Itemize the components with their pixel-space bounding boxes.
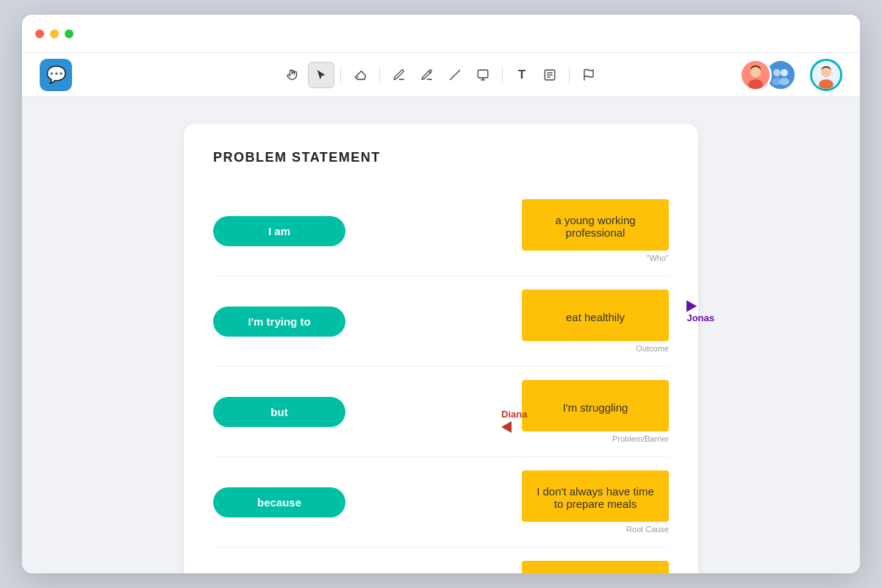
toolbar-tools: T — [280, 62, 602, 88]
cursor-name-jonas: Jonas — [686, 312, 714, 323]
shape-tool-button[interactable] — [470, 62, 496, 88]
cursor-jonas: Jonas — [686, 301, 714, 323]
card-but[interactable]: I'm struggling — [522, 380, 669, 431]
card-label-trying: Outcome — [522, 344, 669, 353]
row-feel: which makes me feel frustated Emotion — [213, 548, 669, 573]
toolbar-left: 💬 — [40, 59, 78, 91]
card-text-because: I don't always have time to prepare meal… — [532, 485, 659, 510]
problem-statement-card: PROBLEM STATEMENT I am a young working p… — [184, 123, 698, 573]
cursor-diana: Diana — [501, 409, 527, 433]
card-area-but: I'm struggling Problem/Barrier Diana — [522, 380, 669, 443]
row-i-am: I am a young working professional "Who" — [213, 186, 669, 276]
marker-tool-button[interactable] — [414, 62, 440, 88]
card-because[interactable]: I don't always have time to prepare meal… — [522, 470, 669, 522]
row-trying: I'm trying to eat healthily Outcome Jona… — [213, 276, 669, 367]
pen-tool-button[interactable] — [386, 62, 412, 88]
label-trying: I'm trying to — [213, 306, 360, 337]
card-text-trying: eat healthily — [566, 311, 625, 323]
label-but: but — [213, 397, 360, 427]
tool-separator-2 — [379, 66, 380, 84]
svg-point-15 — [773, 69, 781, 76]
row-but: but I'm struggling Problem/Barrier Diana — [213, 367, 669, 457]
eraser-tool-button[interactable] — [347, 62, 373, 88]
toolbar: 💬 — [22, 53, 860, 97]
traffic-lights — [35, 29, 74, 38]
card-label-because: Root Cause — [522, 525, 669, 534]
card-area-i-am: a young working professional "Who" — [522, 199, 669, 262]
svg-rect-2 — [478, 70, 488, 78]
cursor-arrow-jonas — [686, 301, 697, 312]
app-window: 💬 — [22, 15, 860, 573]
svg-point-18 — [779, 78, 789, 85]
label-because: because — [213, 487, 360, 517]
card-area-because: I don't always have time to prepare meal… — [522, 470, 669, 534]
card-text-but: I'm struggling — [563, 401, 628, 414]
select-tool-button[interactable] — [308, 62, 334, 88]
card-feel[interactable]: frustated — [522, 561, 669, 573]
card-label-but: Problem/Barrier — [522, 434, 669, 443]
close-button[interactable] — [35, 29, 44, 38]
card-i-am[interactable]: a young working professional — [522, 199, 669, 251]
logo-button[interactable]: 💬 — [40, 59, 72, 91]
card-label-i-am: "Who" — [522, 254, 669, 262]
avatar-user-3[interactable] — [810, 59, 842, 91]
tool-separator-3 — [502, 66, 503, 84]
hand-tool-button[interactable] — [280, 62, 306, 88]
cursor-arrow-diana — [501, 421, 512, 433]
avatar-group — [739, 59, 797, 91]
section-title: PROBLEM STATEMENT — [213, 150, 669, 165]
svg-line-1 — [450, 70, 460, 80]
text-tool-button[interactable]: T — [509, 62, 535, 88]
canvas-area[interactable]: PROBLEM STATEMENT I am a young working p… — [22, 97, 860, 573]
row-because: because I don't always have time to prep… — [213, 457, 669, 548]
tool-separator-1 — [340, 66, 341, 84]
cursor-name-diana: Diana — [501, 409, 527, 420]
flag-tool-button[interactable] — [576, 62, 602, 88]
titlebar — [22, 15, 860, 53]
note-tool-button[interactable] — [537, 62, 563, 88]
card-area-feel: frustated Emotion — [522, 561, 669, 573]
svg-point-16 — [781, 69, 788, 76]
avatar-user-1[interactable] — [739, 59, 772, 91]
svg-point-13 — [750, 67, 761, 77]
card-area-trying: eat healthily Outcome Jonas — [522, 290, 669, 353]
label-btn-trying[interactable]: I'm trying to — [213, 306, 345, 337]
toolbar-right — [739, 59, 842, 91]
card-text-i-am: a young working professional — [532, 214, 659, 239]
maximize-button[interactable] — [65, 29, 74, 38]
card-trying[interactable]: eat healthily — [522, 290, 669, 341]
label-i-am: I am — [213, 216, 360, 246]
label-btn-because[interactable]: because — [213, 487, 345, 517]
minimize-button[interactable] — [50, 29, 59, 38]
line-tool-button[interactable] — [442, 62, 468, 88]
tool-separator-4 — [569, 66, 570, 84]
label-btn-but[interactable]: but — [213, 397, 345, 427]
label-btn-i-am[interactable]: I am — [213, 216, 345, 246]
